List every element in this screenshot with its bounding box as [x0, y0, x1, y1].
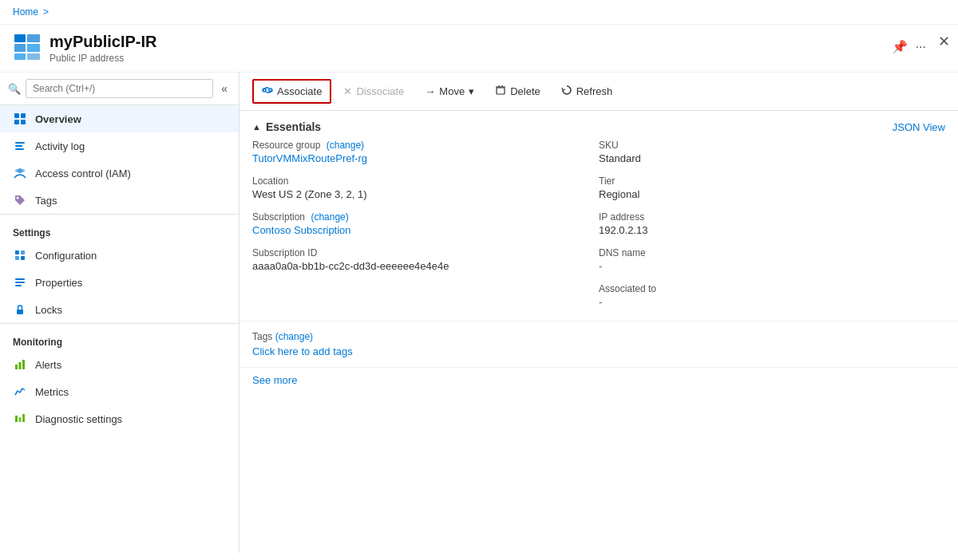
svg-rect-7 — [21, 113, 26, 118]
diagnostic-icon — [13, 412, 27, 426]
sidebar: 🔍 « Overview Activity log Access control… — [0, 73, 240, 553]
more-options-icon[interactable]: ··· — [916, 40, 926, 54]
associated-to-field: Associated to - — [599, 283, 945, 308]
location-field: Location West US 2 (Zone 3, 2, 1) — [252, 175, 599, 200]
sidebar-item-tags[interactable]: Tags — [0, 187, 239, 214]
properties-icon — [13, 275, 27, 290]
json-view-link[interactable]: JSON View — [893, 121, 945, 133]
refresh-label: Refresh — [576, 85, 613, 97]
public-ip-icon — [13, 33, 42, 61]
svg-rect-22 — [15, 282, 25, 283]
svg-rect-24 — [17, 310, 23, 314]
essentials-header: ▲ Essentials JSON View — [240, 111, 958, 140]
tags-add-link[interactable]: Click here to add tags — [252, 345, 353, 357]
svg-rect-29 — [19, 417, 22, 422]
resource-header: myPublicIP-IR Public IP address 📌 ··· ✕ — [0, 25, 958, 73]
essentials-collapse-icon[interactable]: ▲ — [252, 122, 261, 132]
activity-log-icon — [13, 139, 27, 153]
svg-rect-6 — [14, 113, 19, 118]
svg-rect-20 — [21, 256, 25, 260]
location-value: West US 2 (Zone 3, 2, 1) — [252, 188, 599, 200]
svg-rect-1 — [27, 34, 40, 42]
svg-point-15 — [22, 169, 25, 172]
svg-rect-27 — [22, 360, 25, 369]
sidebar-item-overview[interactable]: Overview — [0, 105, 239, 132]
subscription-change-link[interactable]: (change) — [311, 211, 348, 223]
associate-button[interactable]: Associate — [252, 79, 331, 104]
sidebar-item-alerts-label: Alerts — [35, 359, 61, 371]
sidebar-item-activity-log-label: Activity log — [35, 140, 85, 152]
svg-point-31 — [263, 89, 266, 92]
sidebar-item-properties[interactable]: Properties — [0, 269, 239, 296]
see-more-link[interactable]: See more — [240, 367, 958, 399]
sidebar-item-alerts[interactable]: Alerts — [0, 351, 239, 378]
tags-label: Tags (change) — [252, 331, 945, 342]
ip-address-value: 192.0.2.13 — [599, 224, 945, 236]
pin-icon[interactable]: 📌 — [892, 39, 908, 54]
sidebar-item-diagnostic[interactable]: Diagnostic settings — [0, 405, 239, 432]
sidebar-item-diagnostic-label: Diagnostic settings — [35, 413, 122, 425]
resource-subtitle: Public IP address — [49, 53, 945, 64]
sidebar-item-metrics-label: Metrics — [35, 386, 69, 398]
dissociate-icon: ✕ — [343, 85, 352, 97]
dns-name-field: DNS name - — [599, 247, 945, 272]
associate-icon — [262, 85, 273, 98]
collapse-sidebar-button[interactable]: « — [218, 81, 231, 97]
locks-icon — [13, 302, 27, 317]
sidebar-item-metrics[interactable]: Metrics — [0, 378, 239, 405]
overview-icon — [13, 112, 27, 126]
tags-section: Tags (change) Click here to add tags — [240, 321, 958, 367]
associated-to-label: Associated to — [599, 283, 945, 294]
svg-point-14 — [15, 169, 18, 172]
monitoring-section-label: Monitoring — [0, 323, 239, 351]
dissociate-label: Dissociate — [356, 85, 404, 97]
location-label: Location — [252, 175, 599, 187]
search-icon: 🔍 — [8, 83, 21, 95]
subscription-field: Subscription (change) Contoso Subscripti… — [252, 211, 599, 236]
sidebar-item-locks-label: Locks — [35, 304, 62, 316]
close-icon[interactable]: ✕ — [938, 33, 950, 50]
tier-label: Tier — [599, 175, 945, 187]
delete-button[interactable]: Delete — [486, 80, 549, 103]
svg-rect-10 — [15, 142, 25, 144]
metrics-icon — [13, 385, 27, 399]
dns-name-value: - — [599, 260, 945, 272]
sidebar-item-configuration[interactable]: Configuration — [0, 242, 239, 269]
move-button[interactable]: → Move ▾ — [416, 81, 483, 102]
sidebar-item-configuration-label: Configuration — [35, 250, 97, 262]
dissociate-button[interactable]: ✕ Dissociate — [335, 81, 413, 102]
essentials-left-col: Resource group (change) TutorVMMixRouteP… — [252, 140, 599, 308]
search-input[interactable] — [26, 79, 213, 98]
svg-rect-21 — [15, 278, 25, 280]
alerts-icon — [13, 357, 27, 372]
sidebar-item-properties-label: Properties — [35, 277, 82, 289]
subscription-value[interactable]: Contoso Subscription — [252, 224, 599, 236]
svg-rect-25 — [15, 365, 18, 369]
resource-group-value[interactable]: TutorVMMixRoutePref-rg — [252, 152, 599, 164]
refresh-button[interactable]: Refresh — [552, 80, 622, 103]
content-area: Associate ✕ Dissociate → Move ▾ Delete — [240, 73, 958, 553]
subscription-id-field: Subscription ID aaaa0a0a-bb1b-cc2c-dd3d-… — [252, 247, 599, 272]
svg-rect-11 — [15, 145, 22, 147]
svg-point-16 — [17, 197, 19, 199]
sku-field: SKU Standard — [599, 140, 945, 164]
sidebar-item-activity-log[interactable]: Activity log — [0, 132, 239, 160]
svg-rect-33 — [497, 88, 505, 94]
breadcrumb-home[interactable]: Home — [13, 6, 38, 18]
tags-change-link[interactable]: (change) — [275, 331, 313, 342]
refresh-icon — [561, 85, 572, 98]
svg-rect-28 — [15, 416, 18, 422]
tags-icon — [13, 193, 27, 207]
dns-name-label: DNS name — [599, 247, 945, 258]
subscription-id-label: Subscription ID — [252, 247, 599, 258]
svg-rect-30 — [22, 414, 25, 422]
delete-icon — [495, 85, 506, 98]
sidebar-item-access-control[interactable]: Access control (IAM) — [0, 160, 239, 187]
sidebar-item-locks[interactable]: Locks — [0, 296, 239, 323]
svg-rect-5 — [27, 53, 40, 60]
breadcrumb-sep: > — [43, 6, 49, 18]
tier-value: Regional — [599, 188, 945, 200]
essentials-title-text: Essentials — [266, 120, 321, 133]
resource-group-change-link[interactable]: (change) — [327, 140, 364, 151]
delete-label: Delete — [510, 85, 540, 97]
